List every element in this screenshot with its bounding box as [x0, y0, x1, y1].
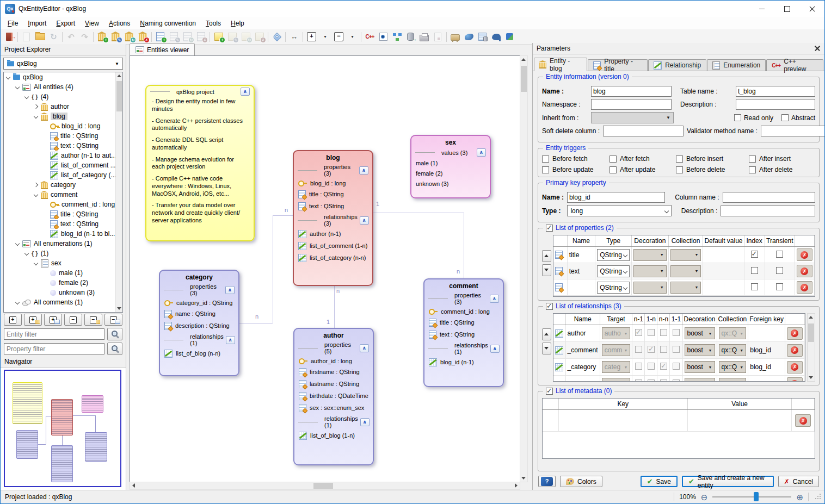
relationship-row-comment[interactable]: _commentcomm▼boost▼qx::Q▼blog_id✗: [553, 342, 805, 359]
scroll-down-icon[interactable]: [809, 376, 813, 379]
delete-row-button[interactable]: ✗: [787, 344, 803, 357]
tree-item-list-of-comment[interactable]: list_of_comment ...: [4, 160, 122, 170]
dropdown[interactable]: boost▼: [685, 344, 715, 356]
checkbox[interactable]: [776, 267, 783, 274]
checkbox[interactable]: [673, 363, 680, 370]
pk-description-input[interactable]: [721, 206, 815, 216]
tree-item-all-entities-4[interactable]: All entities (4): [4, 82, 122, 92]
checkbox[interactable]: [776, 283, 783, 290]
navigator-minimap[interactable]: [1, 368, 126, 490]
minimize-button[interactable]: [749, 1, 774, 17]
description-input[interactable]: [736, 99, 815, 110]
checkbox[interactable]: [635, 329, 642, 336]
namespace-input[interactable]: [591, 99, 672, 110]
entity-row-author-n-1[interactable]: author (n-1): [294, 228, 372, 240]
tree-scrollbar[interactable]: [115, 72, 122, 312]
zoom-out-menu-button[interactable]: ▾: [346, 30, 359, 43]
tree-item-author-n-1-to-aut[interactable]: author (n-1 to aut...: [4, 151, 122, 160]
scroll-left-icon[interactable]: [132, 483, 135, 488]
entity-row-blog-id-n-1[interactable]: blog_id (n-1): [424, 356, 503, 368]
type-combo[interactable]: QString: [597, 265, 630, 277]
property-name-cell[interactable]: [567, 279, 595, 296]
diagram-canvas[interactable]: nnn11nqxBlog project∧- Design the entity…: [130, 55, 520, 482]
list-of-properties-checkbox[interactable]: [546, 225, 553, 232]
tree-item-comment[interactable]: comment: [4, 190, 122, 200]
cpp-preview-button[interactable]: C++: [363, 30, 377, 43]
tree-item-text-qstring[interactable]: text : QString: [4, 219, 122, 229]
relationship-row-category[interactable]: _categorycateg▼boost▼qx::Q▼blog_id✗: [553, 359, 805, 376]
relationship-name-cell[interactable]: _comment: [565, 342, 600, 359]
inherit-from-combo[interactable]: ▼: [591, 112, 674, 123]
entity-row-sex-sex-enum-sex[interactable]: sex : sex::enum_sex: [294, 402, 373, 414]
project-combo[interactable]: qxBlog ▼: [3, 58, 123, 70]
add-entity-button[interactable]: +: [24, 314, 42, 326]
checkbox[interactable]: [648, 329, 655, 336]
checkbox[interactable]: [660, 329, 667, 336]
dropdown[interactable]: boost▼: [685, 361, 715, 373]
close-button[interactable]: [799, 1, 824, 17]
add-entity-button[interactable]: +: [95, 30, 109, 43]
duplicate-entity-button[interactable]: ↻: [122, 30, 136, 43]
tree-item-all-enumerations-1[interactable]: All enumerations (1): [4, 239, 122, 248]
schema-network-button[interactable]: [390, 30, 404, 43]
help-button[interactable]: ?: [538, 476, 556, 487]
entity-name-input[interactable]: [591, 86, 672, 97]
menu-import[interactable]: Import: [23, 18, 51, 29]
zoom-in-menu-button[interactable]: ▾: [318, 30, 332, 43]
checkbox[interactable]: [751, 251, 758, 258]
delete-row-button[interactable]: ✗: [797, 281, 812, 294]
tree-item-category[interactable]: category: [4, 180, 122, 190]
tree-item-blog-id-n-1-to-bl[interactable]: blog_id (n-1 to bl...: [4, 229, 122, 239]
after-insert-checkbox[interactable]: [749, 155, 756, 163]
dropdown[interactable]: comm▼: [602, 344, 631, 356]
pk-type-combo[interactable]: long: [567, 205, 671, 216]
entity-row-lastname-qstring[interactable]: lastname : QString: [294, 378, 373, 390]
table-name-input[interactable]: [736, 86, 815, 97]
add-enumeration-button[interactable]: +: [44, 314, 62, 326]
before-fetch-checkbox[interactable]: [542, 155, 549, 163]
checkbox[interactable]: [660, 379, 667, 382]
dropdown[interactable]: ▼: [670, 265, 701, 277]
foreign-key-cell[interactable]: [748, 325, 785, 342]
scroll-right-icon[interactable]: [515, 483, 518, 488]
canvas-vscrollbar-thumb[interactable]: [521, 66, 527, 92]
tab-property-title[interactable]: Property - title: [588, 59, 648, 71]
add-enumeration-button[interactable]: +: [153, 30, 167, 43]
foreign-key-cell[interactable]: blog_id: [748, 359, 785, 376]
db-mysql-button[interactable]: [462, 30, 476, 43]
entity-box-sex[interactable]: sexvalues (3)∧male (1)female (2)unknown …: [410, 135, 491, 198]
checkbox[interactable]: [673, 379, 680, 382]
zoom-slider[interactable]: [712, 496, 791, 497]
dropdown[interactable]: qx::Q▼: [719, 361, 747, 373]
tab-relationship[interactable]: Relationship: [648, 59, 706, 71]
property-row-item[interactable]: QString▼▼✗: [553, 279, 815, 296]
save-button[interactable]: ✔ Save: [641, 476, 678, 487]
tab-entity-blog[interactable]: Entity - blog: [534, 58, 587, 71]
tree-item-list-of-category[interactable]: list_of_category (...: [4, 170, 122, 180]
entity-row-list-of-category-n-n[interactable]: list_of_category (n-n): [294, 252, 372, 264]
entity-row-male-1[interactable]: male (1): [411, 158, 490, 168]
entity-row-list-of-comment-1-n[interactable]: list_of_comment (1-n): [294, 240, 372, 252]
tab-c-preview[interactable]: C++C++ preview: [766, 59, 823, 71]
entity-row-name-qstring[interactable]: name : QString: [160, 308, 238, 320]
entity-row-birthdate-qdatetime[interactable]: birthdate : QDateTime: [294, 390, 373, 402]
remove-enumeration-button[interactable]: −: [104, 314, 122, 326]
collapse-button[interactable]: ∧: [226, 336, 235, 344]
type-combo[interactable]: QString: [597, 282, 630, 294]
chevron-right-icon[interactable]: [34, 183, 38, 187]
delete-row-button[interactable]: ✗: [797, 248, 812, 261]
db-sqlite-button[interactable]: [476, 30, 489, 43]
dropdown[interactable]: ▼: [633, 282, 667, 294]
property-filter-search-button[interactable]: [107, 343, 122, 355]
dropdown[interactable]: qx::Q▼: [719, 344, 747, 356]
menu-help[interactable]: Help: [226, 18, 249, 29]
tree-item-female-2[interactable]: female (2): [4, 278, 122, 288]
zoom-out-button[interactable]: −: [332, 30, 346, 43]
entity-row-list-of-blog-1-n[interactable]: list_of_blog (1-n): [294, 430, 373, 441]
after-update-checkbox[interactable]: [609, 166, 617, 173]
collapse-button[interactable]: ∧: [241, 88, 250, 96]
collapse-button[interactable]: ∧: [359, 166, 368, 175]
navigator-viewport[interactable]: [4, 370, 121, 487]
tab-entities-viewer[interactable]: Entities viewer: [130, 43, 195, 55]
move-down-button[interactable]: [542, 343, 551, 354]
